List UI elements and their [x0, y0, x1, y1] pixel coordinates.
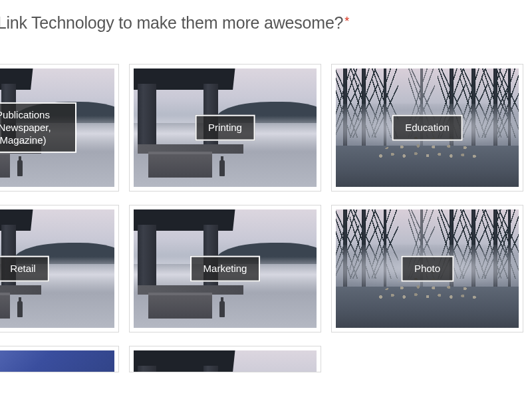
option-card-printing[interactable]: Printing — [129, 64, 321, 192]
card-image: Photo — [336, 209, 519, 328]
option-card-marketing[interactable]: Marketing — [129, 205, 321, 332]
option-label: Education — [392, 115, 463, 141]
card-image — [0, 350, 114, 372]
option-card-education[interactable]: Education — [331, 64, 523, 192]
options-grid: Publications(Newspaper, Magazine) Printi… — [0, 64, 523, 372]
card-image — [134, 350, 317, 372]
card-image: Retail — [0, 209, 114, 328]
option-card-partial-2[interactable] — [129, 346, 321, 372]
card-image: Publications(Newspaper, Magazine) — [0, 68, 114, 187]
option-label: Photo — [401, 256, 454, 282]
option-card-partial-1[interactable] — [0, 346, 119, 372]
option-label: Retail — [0, 256, 49, 282]
card-image: Education — [336, 68, 519, 187]
option-card-photo[interactable]: Photo — [331, 205, 523, 332]
required-icon: * — [344, 15, 349, 28]
option-label: Marketing — [190, 256, 261, 282]
option-label: Printing — [195, 115, 255, 141]
card-image: Marketing — [134, 209, 317, 328]
option-card-retail[interactable]: Retail — [0, 205, 119, 332]
option-card-publications[interactable]: Publications(Newspaper, Magazine) — [0, 64, 119, 192]
question-label: ill you use Link Technology to make them… — [0, 13, 343, 32]
question-text: ill you use Link Technology to make them… — [0, 13, 349, 33]
card-image: Printing — [134, 68, 317, 187]
option-label: Publications(Newspaper, Magazine) — [0, 102, 76, 153]
